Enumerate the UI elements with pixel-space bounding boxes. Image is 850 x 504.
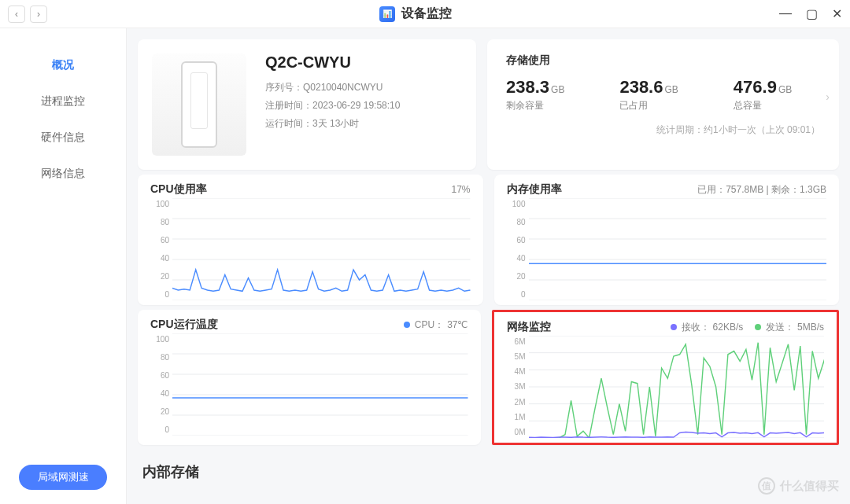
sidebar-item-process[interactable]: 进程监控 xyxy=(0,83,126,120)
main-content: Q2C-CWYU 序列号：Q0210040NCWYU 注册时间：2023-06-… xyxy=(126,28,850,504)
storage-chevron-icon[interactable]: › xyxy=(826,90,830,103)
storage-total: 476.9GB 总容量 xyxy=(734,77,792,112)
internal-storage-title: 内部存储 xyxy=(138,456,839,487)
mem-usage-chart: 内存使用率 已用：757.8MB | 剩余：1.3GB 100806040200 xyxy=(494,175,840,305)
device-serial-row: 序列号：Q0210040NCWYU xyxy=(265,81,400,94)
cpu-usage-title: CPU使用率 xyxy=(150,182,207,197)
cpu-temp-legend: CPU：37℃ xyxy=(404,318,468,332)
app-icon: 📊 xyxy=(379,6,395,22)
cpu-usage-value: 17% xyxy=(451,184,470,195)
dot-icon xyxy=(755,324,761,330)
window-close-button[interactable]: ✕ xyxy=(832,6,842,21)
storage-period: 统计周期：约1小时一次（上次 09:01） xyxy=(506,123,820,137)
dot-icon xyxy=(404,322,410,328)
nav-back-button[interactable]: ‹ xyxy=(8,6,25,23)
network-legend: 接收：62KB/s 发送：5MB/s xyxy=(671,321,824,334)
mem-usage-title: 内存使用率 xyxy=(507,182,562,197)
window-title: 设备监控 xyxy=(401,6,452,22)
sidebar-item-overview[interactable]: 概况 xyxy=(0,47,126,83)
mem-usage-value: 已用：757.8MB | 剩余：1.3GB xyxy=(697,183,826,197)
device-regtime-row: 注册时间：2023-06-29 19:58:10 xyxy=(265,99,400,112)
storage-used: 238.6GB 已占用 xyxy=(619,77,678,112)
sidebar: 概况 进程监控 硬件信息 网络信息 局域网测速 xyxy=(0,28,126,504)
cpu-temp-title: CPU运行温度 xyxy=(150,318,218,332)
storage-title: 存储使用 xyxy=(506,53,820,68)
device-image xyxy=(152,53,246,156)
network-monitor-chart: 网络监控 接收：62KB/s 发送：5MB/s 6M5M4M3M2M1M0M xyxy=(492,310,840,445)
device-name: Q2C-CWYU xyxy=(265,53,400,72)
storage-free: 238.3GB 剩余容量 xyxy=(506,77,564,112)
watermark: 值 什么值得买 xyxy=(758,477,839,495)
network-title: 网络监控 xyxy=(507,320,551,334)
sidebar-item-network[interactable]: 网络信息 xyxy=(0,156,126,192)
cpu-temp-chart: CPU运行温度 CPU：37℃ 100806040200 xyxy=(138,310,481,445)
sidebar-item-hardware[interactable]: 硬件信息 xyxy=(0,120,126,156)
cpu-usage-chart: CPU使用率 17% 100806040200 xyxy=(138,175,483,305)
device-info-card: Q2C-CWYU 序列号：Q0210040NCWYU 注册时间：2023-06-… xyxy=(138,39,476,170)
lan-speed-test-button[interactable]: 局域网测速 xyxy=(19,465,107,490)
dot-icon xyxy=(671,324,677,330)
window-minimize-button[interactable]: — xyxy=(779,6,792,21)
titlebar: ‹ › 📊 设备监控 — ▢ ✕ xyxy=(0,0,850,28)
nav-forward-button[interactable]: › xyxy=(30,6,47,23)
storage-card: 存储使用 238.3GB 剩余容量 238.6GB 已占用 476.9GB 总容… xyxy=(487,39,839,170)
window-maximize-button[interactable]: ▢ xyxy=(806,6,818,21)
watermark-icon: 值 xyxy=(758,477,775,495)
device-uptime-row: 运行时间：3天 13小时 xyxy=(265,117,400,131)
